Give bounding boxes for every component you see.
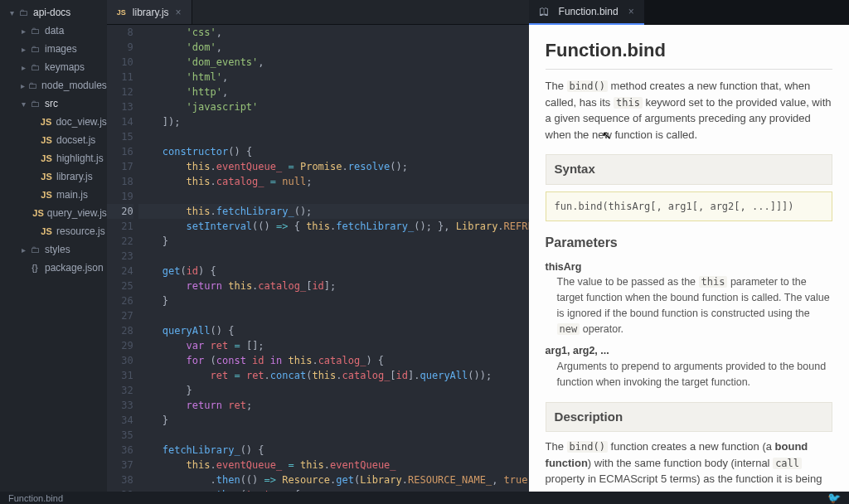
description-heading: Description xyxy=(546,402,832,433)
tree-file-package[interactable]: {} package.json xyxy=(0,259,107,277)
status-bar: Function.bind 🐦 xyxy=(0,492,849,504)
tree-file[interactable]: JSdoc_view.js xyxy=(0,113,107,131)
folder-icon: 🗀 xyxy=(28,26,41,36)
file-tree: ▾ 🗀 api-docs ▸🗀data▸🗀images▸🗀keymaps▸🗀no… xyxy=(0,0,107,492)
folder-icon: 🗀 xyxy=(28,245,41,254)
doc-tabbar: 🕮 Function.bind × xyxy=(529,0,849,25)
code-content[interactable]: 'css', 'dom', 'dom_events', 'html', 'htt… xyxy=(138,25,529,492)
tree-file[interactable]: JSmain.js xyxy=(0,186,107,204)
close-icon[interactable]: × xyxy=(628,6,634,17)
js-icon: JS xyxy=(40,190,53,200)
editor-pane: JS library.js × 891011121314151617181920… xyxy=(107,0,529,492)
folder-icon: 🗀 xyxy=(17,7,30,17)
tree-label: keymaps xyxy=(45,61,85,73)
tree-label: api-docs xyxy=(33,7,70,18)
tab-function-bind[interactable]: 🕮 Function.bind × xyxy=(529,0,644,25)
tree-folder[interactable]: ▸🗀keymaps xyxy=(0,58,107,76)
folder-icon: 🗀 xyxy=(28,62,41,72)
tree-label: package.json xyxy=(45,262,104,274)
tree-folder[interactable]: ▸🗀data xyxy=(0,22,107,40)
tree-label: resource.js xyxy=(56,225,105,237)
editor-tabbar: JS library.js × xyxy=(107,0,529,25)
js-icon: JS xyxy=(40,135,53,145)
tree-file[interactable]: JSquery_view.js xyxy=(0,204,107,222)
js-icon: JS xyxy=(117,8,126,17)
status-left: Function.bind xyxy=(8,493,63,503)
chevron-right-icon: ▸ xyxy=(18,45,28,54)
description-body: The bind() function creates a new functi… xyxy=(546,439,832,492)
doc-icon: 🕮 xyxy=(539,6,549,17)
tree-label: library.js xyxy=(56,171,93,182)
tree-label: images xyxy=(45,43,77,55)
chevron-right-icon: ▸ xyxy=(18,245,28,254)
tree-file[interactable]: JSdocset.js xyxy=(0,131,107,149)
js-icon: JS xyxy=(40,153,53,163)
syntax-code: fun.bind(thisArg[, arg1[, arg2[, ...]]]) xyxy=(546,191,832,221)
tree-label: data xyxy=(45,25,64,36)
tree-folder-src[interactable]: ▾ 🗀 src xyxy=(0,94,107,113)
tree-label: main.js xyxy=(56,189,88,201)
param-thisarg-name: thisArg xyxy=(546,259,832,275)
folder-icon: 🗀 xyxy=(28,44,41,54)
tree-label: node_modules xyxy=(41,80,107,91)
tree-folder-styles[interactable]: ▸ 🗀 styles xyxy=(0,240,107,259)
doc-intro: The bind() method creates a new function… xyxy=(546,78,832,143)
chevron-down-icon: ▾ xyxy=(18,99,28,109)
twitter-icon[interactable]: 🐦 xyxy=(827,492,841,504)
tree-folder[interactable]: ▸🗀node_modules xyxy=(0,76,107,94)
folder-icon: 🗀 xyxy=(27,80,38,90)
chevron-right-icon: ▸ xyxy=(18,63,28,72)
tree-label: docset.js xyxy=(56,134,95,146)
tree-label: doc_view.js xyxy=(56,116,106,128)
chevron-down-icon: ▾ xyxy=(7,8,17,17)
js-icon: JS xyxy=(32,208,43,218)
param-args-desc: Arguments to prepend to arguments provid… xyxy=(546,359,832,390)
tree-root[interactable]: ▾ 🗀 api-docs xyxy=(0,3,107,22)
tree-label: highlight.js xyxy=(56,153,104,164)
tree-label: styles xyxy=(45,244,70,255)
doc-body[interactable]: Function.bind The bind() method creates … xyxy=(529,25,849,492)
doc-pane: 🕮 Function.bind × Function.bind The bind… xyxy=(529,0,849,492)
tree-file[interactable]: JShighlight.js xyxy=(0,149,107,167)
js-icon: JS xyxy=(40,117,53,127)
syntax-heading: Syntax xyxy=(546,154,832,185)
tree-file[interactable]: JSlibrary.js xyxy=(0,167,107,186)
tab-library-js[interactable]: JS library.js × xyxy=(107,0,192,24)
parameters-heading: Parameters xyxy=(546,233,832,253)
param-thisarg-desc: The value to be passed as the this param… xyxy=(546,274,832,337)
tree-label: query_view.js xyxy=(47,207,107,219)
tree-label: src xyxy=(45,98,58,109)
doc-title: Function.bind xyxy=(546,36,832,70)
tab-title: library.js xyxy=(133,7,169,18)
js-icon: JS xyxy=(40,226,53,236)
js-icon: JS xyxy=(40,172,53,182)
line-gutter: 8910111213141516171819202122232425262728… xyxy=(107,25,138,492)
tree-folder[interactable]: ▸🗀images xyxy=(0,40,107,58)
doc-tab-title: Function.bind xyxy=(559,6,619,17)
close-icon[interactable]: × xyxy=(176,7,182,18)
param-args-name: arg1, arg2, ... xyxy=(546,343,832,359)
folder-icon: 🗀 xyxy=(28,99,41,109)
code-editor[interactable]: 8910111213141516171819202122232425262728… xyxy=(107,25,529,492)
chevron-right-icon: ▸ xyxy=(18,27,28,36)
chevron-right-icon: ▸ xyxy=(18,81,27,90)
tree-file[interactable]: JSresource.js xyxy=(0,222,107,240)
json-icon: {} xyxy=(28,263,41,273)
